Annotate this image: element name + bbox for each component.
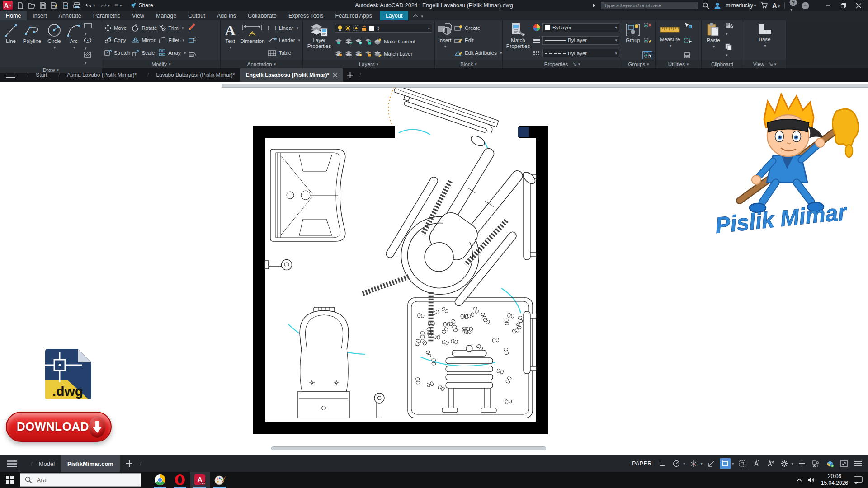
model-tab[interactable]: Model bbox=[24, 455, 61, 472]
share-button[interactable]: Share bbox=[129, 2, 153, 9]
print-icon[interactable] bbox=[73, 2, 80, 9]
calculator-icon[interactable] bbox=[684, 52, 692, 58]
edit-block-button[interactable]: Edit bbox=[454, 36, 502, 45]
taskbar-autocad-icon[interactable]: ACAD bbox=[190, 472, 210, 488]
polyline-button[interactable]: Polyline bbox=[21, 22, 43, 67]
ribbon-collapse-control[interactable] bbox=[408, 11, 428, 20]
clean-screen-icon[interactable] bbox=[839, 458, 849, 469]
erase-icon[interactable] bbox=[188, 23, 197, 30]
match-properties-button[interactable]: Match Properties bbox=[505, 22, 531, 59]
make-current-icon[interactable] bbox=[374, 38, 382, 45]
hatch-tool-icon[interactable] bbox=[84, 52, 93, 66]
layer-freeze-icon[interactable] bbox=[355, 38, 363, 45]
object-color-combo[interactable]: ByLayer▾ bbox=[542, 23, 619, 32]
redo-icon[interactable] bbox=[100, 3, 110, 8]
panel-label-block[interactable]: Block bbox=[435, 60, 502, 68]
annotation-visibility-icon[interactable] bbox=[751, 458, 762, 469]
feedback-icon[interactable] bbox=[802, 2, 809, 9]
paste-button[interactable]: Paste bbox=[704, 22, 723, 59]
layer-select-combo[interactable]: 0 ▾ bbox=[335, 24, 432, 33]
save-as-icon[interactable] bbox=[51, 2, 58, 9]
panel-label-layers[interactable]: Layers bbox=[303, 60, 434, 68]
color-wheel-icon[interactable] bbox=[533, 24, 540, 31]
layer-unlock-icon[interactable] bbox=[365, 51, 372, 57]
text-button[interactable]: A Text bbox=[223, 22, 237, 59]
panel-label-utilities[interactable]: Utilities bbox=[656, 60, 701, 68]
save-icon[interactable] bbox=[40, 2, 46, 9]
group-button[interactable]: Group bbox=[624, 22, 642, 59]
cart-icon[interactable] bbox=[760, 2, 768, 9]
tab-insert[interactable]: Insert bbox=[27, 11, 52, 20]
panel-label-clipboard[interactable]: Clipboard bbox=[702, 60, 743, 68]
taskbar-paint-icon[interactable] bbox=[210, 472, 230, 488]
scale-button[interactable]: Scale bbox=[132, 48, 157, 57]
close-button[interactable] bbox=[851, 0, 866, 11]
cut-icon[interactable] bbox=[725, 23, 733, 37]
autoscale-icon[interactable] bbox=[765, 458, 776, 469]
tab-output[interactable]: Output bbox=[182, 11, 211, 20]
tab-addins[interactable]: Add-ins bbox=[211, 11, 242, 20]
base-button[interactable]: Base bbox=[755, 22, 775, 59]
tab-manage[interactable]: Manage bbox=[150, 11, 182, 20]
layer-isolate-icon[interactable] bbox=[335, 38, 343, 45]
help-icon[interactable]: ? bbox=[789, 0, 797, 13]
canvas-scrollbar-bottom[interactable] bbox=[271, 446, 546, 450]
units-icon[interactable] bbox=[811, 458, 821, 469]
group-selection-icon[interactable] bbox=[643, 52, 651, 58]
layer-thaw-icon[interactable] bbox=[355, 51, 363, 57]
panel-label-groups[interactable]: Groups bbox=[622, 60, 655, 68]
file-tab-engelli-lavabosu[interactable]: Engelli Lavabosu (Pislik Mimar)* bbox=[240, 68, 343, 82]
selection-cycling-icon[interactable] bbox=[737, 458, 748, 469]
arc-button[interactable]: Arc bbox=[66, 22, 82, 67]
isometric-drafting-icon[interactable] bbox=[688, 458, 699, 469]
layer-off-icon[interactable] bbox=[335, 51, 343, 57]
windows-start-button[interactable] bbox=[0, 472, 20, 488]
taskbar-opera-icon[interactable] bbox=[170, 472, 190, 488]
match-layer-label[interactable]: Match Layer bbox=[384, 51, 412, 56]
layout-menu-icon[interactable] bbox=[0, 455, 24, 472]
graphics-performance-icon[interactable] bbox=[825, 458, 835, 469]
copy-clip-icon[interactable] bbox=[725, 43, 733, 58]
layer-properties-button[interactable]: Layer Properties bbox=[305, 22, 333, 59]
account-name[interactable]: mimarlucky bbox=[726, 2, 756, 9]
notification-icon[interactable] bbox=[854, 476, 863, 484]
new-file-icon[interactable] bbox=[17, 2, 24, 9]
tab-annotate[interactable]: Annotate bbox=[53, 11, 87, 20]
autodesk-apps-icon[interactable]: A bbox=[772, 2, 780, 9]
customization-icon[interactable] bbox=[853, 458, 863, 469]
layer-on-all-icon[interactable] bbox=[345, 51, 353, 57]
paper-space-label[interactable]: PAPER bbox=[632, 460, 652, 467]
panel-label-annotation[interactable]: Annotation bbox=[221, 60, 302, 68]
table-button[interactable]: Table bbox=[268, 48, 300, 57]
tab-express-tools[interactable]: Express Tools bbox=[283, 11, 330, 20]
linetype-combo[interactable]: ByLayer▾ bbox=[542, 49, 619, 57]
new-tab-icon[interactable] bbox=[343, 68, 358, 82]
search-expand-icon[interactable] bbox=[593, 3, 596, 8]
osnap-tracking-icon[interactable] bbox=[706, 458, 717, 469]
tab-featured-apps[interactable]: Featured Apps bbox=[330, 11, 378, 20]
copy-button[interactable]: Copy bbox=[104, 36, 130, 45]
measure-button[interactable]: Measure bbox=[658, 22, 682, 59]
lineweight-combo[interactable]: ByLayer▾ bbox=[542, 36, 619, 45]
move-button[interactable]: Move bbox=[104, 23, 130, 33]
edit-attributes-button[interactable]: Edit Attributes bbox=[454, 48, 502, 57]
tab-parametric[interactable]: Parametric bbox=[87, 11, 126, 20]
quick-calc-select-icon[interactable] bbox=[684, 38, 692, 44]
panel-label-properties[interactable]: Properties bbox=[503, 60, 622, 68]
minimize-button[interactable] bbox=[820, 0, 835, 11]
panel-label-draw[interactable]: Draw bbox=[0, 67, 102, 73]
ellipse-tool-icon[interactable] bbox=[84, 37, 93, 52]
panel-label-view[interactable]: View bbox=[743, 60, 786, 68]
file-tab-lavabo-bataryasi[interactable]: Lavabo Bataryası (Pislik Mimar)* bbox=[142, 68, 240, 82]
insert-button[interactable]: Insert bbox=[437, 22, 453, 59]
mirror-button[interactable]: Mirror bbox=[132, 36, 157, 45]
stretch-button[interactable]: Stretch bbox=[104, 48, 130, 57]
rotate-button[interactable]: Rotate bbox=[132, 23, 157, 33]
create-block-button[interactable]: Create bbox=[454, 23, 502, 33]
restore-button[interactable] bbox=[835, 0, 851, 11]
panel-label-modify[interactable]: Modify bbox=[102, 60, 220, 68]
taskbar-clock[interactable]: 20:06 15.04.2026 bbox=[821, 473, 848, 487]
match-layer-icon[interactable] bbox=[374, 51, 382, 57]
tab-close-icon[interactable] bbox=[333, 73, 337, 77]
offset-icon[interactable] bbox=[188, 51, 197, 58]
